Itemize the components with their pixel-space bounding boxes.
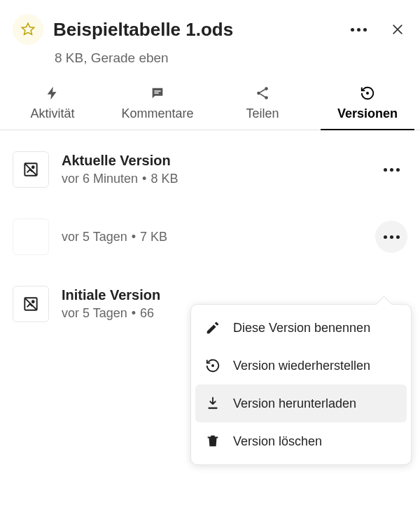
menu-restore[interactable]: Version wiederherstellen (195, 347, 407, 385)
version-meta: vor 6 Minuten•8 KB (62, 172, 375, 186)
versions-list: Aktuelle Version vor 6 Minuten•8 KB vor … (0, 130, 420, 322)
version-actions-button[interactable] (375, 221, 407, 253)
file-subtitle: 8 KB, Gerade eben (0, 48, 420, 78)
menu-download[interactable]: Version herunterladen (195, 385, 407, 422)
more-icon (351, 28, 367, 32)
more-icon (384, 168, 400, 172)
version-title: Aktuelle Version (62, 153, 375, 169)
svg-rect-11 (209, 408, 218, 409)
download-icon (205, 396, 220, 411)
menu-label: Version wiederherstellen (233, 359, 370, 373)
close-button[interactable] (388, 20, 407, 39)
restore-icon (205, 358, 220, 373)
version-actions-button[interactable] (375, 153, 407, 186)
more-button[interactable] (348, 25, 370, 34)
svg-rect-0 (154, 90, 160, 91)
menu-rename[interactable]: Diese Version benennen (195, 309, 407, 347)
tab-versions[interactable]: Versionen (315, 78, 420, 130)
menu-label: Version löschen (233, 434, 322, 449)
version-title: Initiale Version (62, 287, 407, 303)
svg-rect-1 (154, 92, 158, 93)
tab-comments[interactable]: Kommentare (105, 78, 210, 130)
no-image-icon (22, 160, 40, 179)
history-icon (360, 85, 375, 101)
favorite-badge[interactable] (13, 14, 43, 45)
bolt-icon (45, 85, 60, 101)
menu-label: Version herunterladen (233, 396, 356, 411)
version-context-menu: Diese Version benennen Version wiederher… (190, 304, 412, 465)
menu-delete[interactable]: Version löschen (195, 422, 407, 460)
tabs: Aktivität Kommentare Teilen Versionen (0, 78, 420, 130)
version-thumbnail (13, 151, 49, 188)
version-row: Aktuelle Version vor 6 Minuten•8 KB (13, 151, 407, 188)
version-thumbnail (13, 286, 49, 322)
version-thumbnail (13, 219, 49, 255)
close-icon (391, 22, 405, 36)
file-title: Beispieltabelle 1.ods (53, 19, 342, 41)
tab-label: Versionen (337, 106, 398, 121)
tab-label: Teilen (246, 106, 279, 121)
tab-label: Kommentare (121, 106, 193, 121)
tab-activity[interactable]: Aktivität (0, 78, 105, 130)
pencil-icon (205, 320, 220, 335)
svg-point-9 (32, 300, 34, 303)
svg-point-10 (212, 365, 214, 366)
version-row: vor 5 Tagen•7 KB (13, 219, 407, 255)
share-icon (255, 85, 270, 101)
star-icon (20, 22, 36, 37)
menu-label: Diese Version benennen (233, 321, 370, 335)
tab-share[interactable]: Teilen (210, 78, 315, 130)
svg-point-7 (32, 166, 34, 168)
more-icon (384, 235, 400, 239)
trash-icon (205, 434, 220, 449)
no-image-icon (22, 295, 40, 313)
version-meta: vor 5 Tagen•7 KB (62, 230, 375, 244)
comment-icon (150, 85, 165, 101)
svg-point-5 (367, 92, 368, 94)
tab-label: Aktivität (30, 106, 74, 121)
